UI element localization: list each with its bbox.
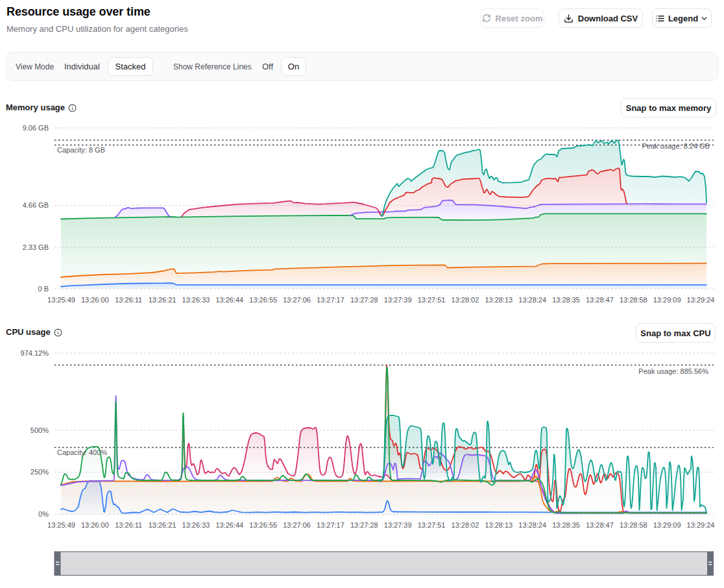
svg-text:13:26:44: 13:26:44 — [215, 296, 243, 304]
svg-text:13:27:28: 13:27:28 — [350, 521, 378, 529]
svg-text:13:28:35: 13:28:35 — [552, 521, 580, 529]
svg-text:13:27:28: 13:27:28 — [350, 296, 378, 304]
svg-text:2.33 GB: 2.33 GB — [23, 243, 49, 251]
svg-text:13:26:55: 13:26:55 — [249, 521, 277, 529]
svg-text:0 B: 0 B — [38, 285, 49, 293]
svg-text:0%: 0% — [38, 510, 49, 518]
svg-text:13:28:24: 13:28:24 — [518, 296, 546, 304]
svg-text:13:29:24: 13:29:24 — [687, 296, 715, 304]
svg-text:13:26:21: 13:26:21 — [149, 521, 176, 529]
svg-text:13:26:44: 13:26:44 — [215, 521, 243, 529]
svg-text:Capacity: 400%: Capacity: 400% — [57, 448, 107, 456]
svg-text:13:27:17: 13:27:17 — [317, 296, 344, 304]
svg-text:Capacity: 8 GB: Capacity: 8 GB — [57, 146, 105, 154]
svg-text:13:28:47: 13:28:47 — [586, 296, 614, 304]
svg-text:13:26:11: 13:26:11 — [115, 296, 142, 304]
svg-text:4.66 GB: 4.66 GB — [23, 201, 49, 209]
svg-text:13:26:21: 13:26:21 — [149, 296, 176, 304]
svg-text:13:27:39: 13:27:39 — [384, 296, 412, 304]
svg-text:13:27:17: 13:27:17 — [317, 521, 344, 529]
svg-text:13:28:02: 13:28:02 — [452, 296, 479, 304]
svg-text:13:26:33: 13:26:33 — [182, 296, 210, 304]
svg-text:13:26:00: 13:26:00 — [81, 296, 109, 304]
svg-text:13:27:39: 13:27:39 — [384, 521, 412, 529]
svg-text:13:29:24: 13:29:24 — [687, 521, 715, 529]
svg-text:13:27:06: 13:27:06 — [283, 296, 311, 304]
svg-text:13:28:35: 13:28:35 — [552, 296, 580, 304]
svg-text:13:28:02: 13:28:02 — [452, 521, 479, 529]
svg-text:13:25:49: 13:25:49 — [47, 521, 75, 529]
svg-text:13:26:33: 13:26:33 — [182, 521, 210, 529]
svg-text:974.12%: 974.12% — [21, 349, 49, 357]
svg-text:Peak usage: 8.24 GB: Peak usage: 8.24 GB — [642, 142, 710, 150]
svg-text:Peak usage: 885.56%: Peak usage: 885.56% — [638, 367, 708, 375]
svg-text:13:28:58: 13:28:58 — [620, 521, 647, 529]
svg-text:13:26:11: 13:26:11 — [115, 521, 142, 529]
svg-text:13:27:06: 13:27:06 — [283, 521, 311, 529]
svg-text:13:28:13: 13:28:13 — [485, 296, 513, 304]
svg-text:500%: 500% — [30, 426, 49, 434]
svg-text:13:28:24: 13:28:24 — [518, 521, 546, 529]
svg-text:13:29:09: 13:29:09 — [653, 521, 681, 529]
svg-text:13:27:51: 13:27:51 — [418, 521, 446, 529]
svg-text:13:28:47: 13:28:47 — [586, 521, 614, 529]
svg-text:13:28:13: 13:28:13 — [485, 521, 513, 529]
svg-text:13:26:55: 13:26:55 — [249, 296, 277, 304]
svg-text:9.06 GB: 9.06 GB — [23, 124, 49, 132]
svg-text:13:25:49: 13:25:49 — [47, 296, 75, 304]
svg-text:13:28:58: 13:28:58 — [620, 296, 647, 304]
svg-text:13:27:51: 13:27:51 — [418, 296, 446, 304]
svg-text:250%: 250% — [30, 468, 49, 476]
svg-text:13:26:00: 13:26:00 — [81, 521, 109, 529]
svg-text:13:29:09: 13:29:09 — [653, 296, 681, 304]
